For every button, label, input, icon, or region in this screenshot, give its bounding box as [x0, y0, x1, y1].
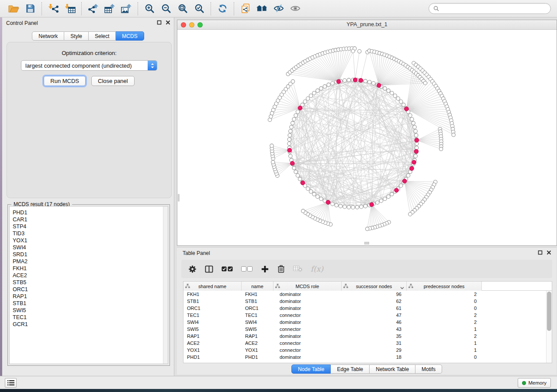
mcds-result-item[interactable]: GCR1	[13, 321, 168, 328]
column-header-MCDS-role[interactable]: MCDS role	[273, 282, 342, 291]
mcds-result-item[interactable]: STP4	[13, 223, 168, 230]
network-hub-node[interactable]	[301, 181, 305, 185]
mcds-result-item[interactable]: TID3	[13, 230, 168, 237]
tab-select[interactable]: Select	[89, 31, 116, 41]
zoom-in-button[interactable]	[141, 1, 158, 16]
table-row[interactable]: PHD1PHD1dominator180	[183, 354, 552, 361]
network-hub-node[interactable]	[377, 83, 381, 88]
network-graph[interactable]	[177, 30, 557, 245]
tab-style[interactable]: Style	[64, 31, 89, 41]
network-hub-node[interactable]	[415, 138, 419, 143]
network-canvas[interactable]	[177, 30, 557, 245]
close-icon[interactable]	[547, 250, 551, 255]
float-window-icon[interactable]	[157, 20, 162, 25]
duplicate-network-button[interactable]	[237, 1, 254, 16]
mcds-result-item[interactable]: SRD1	[13, 251, 168, 258]
mcds-result-item[interactable]: SWI4	[13, 244, 168, 251]
network-hub-node[interactable]	[414, 149, 419, 154]
mcds-result-item[interactable]: PHD1	[13, 209, 168, 216]
table-row[interactable]: FKH1FKH1dominator962	[183, 291, 552, 298]
network-hub-node[interactable]	[412, 160, 416, 165]
add-button[interactable]	[261, 262, 269, 275]
table-settings-button[interactable]	[188, 262, 197, 275]
mcds-result-item[interactable]: CAR1	[13, 216, 168, 223]
table-row[interactable]: SWI4SWI4dominator462	[183, 319, 552, 326]
mcds-result-item[interactable]: TEC1	[13, 314, 168, 321]
show-all-button[interactable]	[287, 1, 304, 16]
save-session-button[interactable]	[22, 1, 38, 16]
tab-motifs[interactable]: Motifs	[415, 364, 442, 374]
network-hub-node[interactable]	[359, 78, 363, 83]
refresh-layout-button[interactable]	[214, 1, 231, 16]
import-network-button[interactable]	[45, 1, 62, 16]
table-row[interactable]: RAP1RAP1dominator352	[183, 333, 552, 340]
column-header-shared-name[interactable]: shared name	[183, 282, 242, 291]
import-table-button[interactable]	[62, 1, 78, 16]
mcds-result-item[interactable]: RAP1	[13, 293, 168, 300]
mcds-result-item[interactable]: STB5	[13, 279, 168, 286]
show-columns-button[interactable]	[205, 262, 213, 275]
network-hub-node[interactable]	[405, 107, 409, 111]
deselect-all-button[interactable]	[241, 262, 253, 275]
delete-table-button-disabled[interactable]	[293, 262, 302, 275]
table-scrollbar-track[interactable]	[546, 291, 552, 363]
network-hscroll-thumb[interactable]	[364, 242, 369, 244]
table-row[interactable]: ORC1ORC1dominator610	[183, 305, 552, 312]
column-header-predecessor-nodes[interactable]: predecessor nodes	[407, 282, 482, 291]
tab-node-table[interactable]: Node Table	[291, 364, 331, 374]
mcds-result-item[interactable]: PMA2	[13, 258, 168, 265]
network-hub-node[interactable]	[353, 78, 357, 82]
zoom-fit-button[interactable]	[174, 1, 191, 16]
table-row[interactable]: ACE2ACE2connector311	[183, 340, 552, 347]
network-vscroll-thumb[interactable]	[178, 194, 180, 202]
mcds-result-list[interactable]: PHD1CAR1STP4TID3YOX1SWI4SRD1PMA2FKH1ACE2…	[9, 206, 168, 364]
search-input[interactable]	[442, 6, 546, 12]
tab-network-table[interactable]: Network Table	[370, 364, 415, 374]
mcds-result-item[interactable]: ORC1	[13, 286, 168, 293]
table-row[interactable]: YOX1YOX1connector291	[183, 347, 552, 354]
network-hub-node[interactable]	[336, 79, 341, 84]
minimize-traffic-light[interactable]	[189, 22, 194, 28]
mcds-result-item[interactable]: YOX1	[13, 237, 168, 244]
network-hub-node[interactable]	[290, 161, 294, 165]
zoom-traffic-light[interactable]	[197, 22, 203, 28]
network-hub-node[interactable]	[298, 106, 302, 110]
select-all-button[interactable]	[221, 262, 233, 275]
network-hub-node[interactable]	[370, 203, 374, 207]
tab-mcds[interactable]: MCDS	[116, 31, 144, 41]
network-hub-node[interactable]	[287, 148, 292, 152]
network-hub-node[interactable]	[402, 179, 407, 183]
zoom-selected-button[interactable]	[191, 1, 208, 16]
hide-selected-button[interactable]	[270, 1, 287, 16]
export-image-button[interactable]	[118, 1, 135, 16]
float-window-icon[interactable]	[538, 250, 543, 255]
criterion-dropdown[interactable]: largest connected component (undirected)	[21, 60, 157, 71]
table-scrollbar-thumb[interactable]	[547, 292, 551, 331]
mcds-result-item[interactable]: SWI5	[13, 307, 168, 314]
network-hub-node[interactable]	[326, 200, 330, 205]
tab-edge-table[interactable]: Edge Table	[331, 364, 370, 374]
export-table-button[interactable]	[101, 1, 118, 16]
open-session-button[interactable]	[5, 1, 22, 16]
mcds-result-item[interactable]: STB1	[13, 300, 168, 307]
function-builder-button-disabled[interactable]: f(x)	[311, 262, 323, 275]
table-row[interactable]: STB1STB1dominator620	[183, 298, 552, 305]
first-neighbors-button[interactable]	[254, 1, 270, 16]
close-traffic-light[interactable]	[181, 22, 186, 28]
memory-button[interactable]: Memory	[518, 378, 551, 388]
column-header-successor-nodes[interactable]: successor nodes	[342, 282, 407, 291]
mcds-result-item[interactable]: FKH1	[13, 265, 168, 272]
table-row[interactable]: TEC1TEC1connector472	[183, 312, 552, 319]
network-hub-node[interactable]	[394, 188, 399, 193]
export-network-button[interactable]	[85, 1, 101, 16]
mcds-result-item[interactable]: ACE2	[13, 272, 168, 279]
scrollbar-track[interactable]	[163, 206, 168, 364]
task-history-button[interactable]	[5, 378, 17, 388]
delete-button[interactable]	[277, 262, 285, 275]
close-icon[interactable]	[166, 20, 170, 25]
run-mcds-button[interactable]: Run MCDS	[44, 76, 86, 86]
close-panel-button[interactable]: Close panel	[91, 76, 135, 86]
table-row[interactable]: SWI5SWI5connector431	[183, 326, 552, 333]
zoom-out-button[interactable]	[158, 1, 174, 16]
network-hub-node[interactable]	[410, 166, 414, 171]
